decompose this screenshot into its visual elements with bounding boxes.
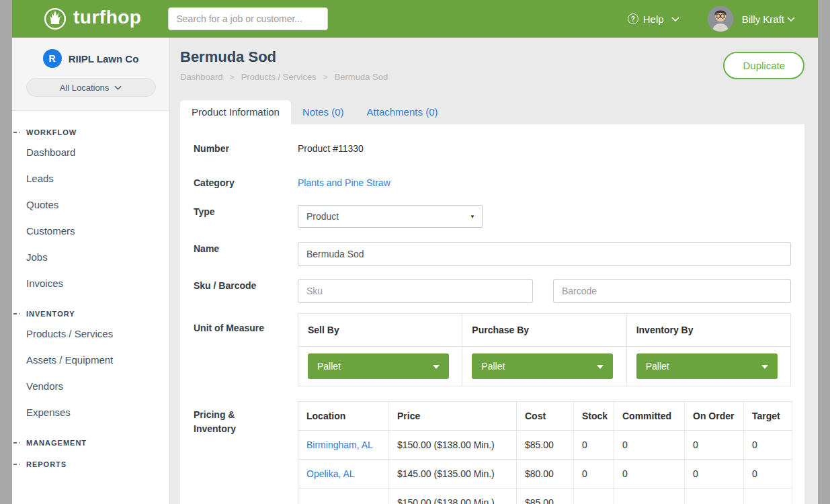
inventory-by-value: Pallet — [646, 361, 669, 372]
location-link-opelika[interactable]: Opelika, AL — [306, 468, 355, 479]
sidebar-item-quotes[interactable]: Quotes — [12, 192, 169, 218]
main-content: Bermuda Sod Dashboard > Products / Servi… — [170, 38, 818, 504]
on-order-cell: 0 — [685, 460, 744, 489]
tab-attachments[interactable]: Attachments (0) — [356, 100, 450, 124]
committed-cell — [614, 489, 685, 504]
sidebar-item-dashboard[interactable]: Dashboard — [12, 139, 169, 165]
number-label: Number — [194, 142, 298, 155]
app-logo[interactable]: turfhop — [43, 7, 141, 31]
breadcrumb-products-services[interactable]: Products / Services — [241, 72, 317, 82]
sidebar-item-jobs[interactable]: Jobs — [12, 244, 169, 270]
breadcrumb-current: Bermuda Sod — [335, 72, 388, 82]
product-information-panel: Number Product #11330 Category Plants an… — [180, 124, 804, 504]
name-row: Name — [194, 242, 791, 266]
global-search-input[interactable] — [168, 7, 328, 30]
user-menu[interactable]: Billy Kraft — [708, 6, 795, 32]
stock-cell: 0 — [574, 431, 614, 460]
tab-bar: Product Information Notes (0) Attachment… — [180, 100, 818, 124]
purchase-by-value: Pallet — [481, 361, 505, 372]
help-menu[interactable]: ? Help — [628, 13, 679, 25]
user-avatar — [708, 6, 733, 32]
col-price: Price — [389, 402, 517, 431]
cost-cell: $85.00 — [517, 431, 574, 460]
price-cell: $150.00 ($138.00 Min.) — [389, 489, 517, 504]
breadcrumb-separator: > — [230, 73, 235, 82]
breadcrumb-separator: > — [323, 73, 328, 82]
sidebar-item-customers[interactable]: Customers — [12, 218, 169, 244]
app-window: turfhop ? Help Billy Kraft — [0, 0, 830, 504]
name-input[interactable] — [298, 242, 791, 266]
uom-header-sell-by: Sell By — [298, 314, 462, 347]
page-title: Bermuda Sod — [180, 48, 388, 66]
target-cell: 0 — [744, 431, 792, 460]
chevron-down-icon — [787, 17, 795, 22]
tab-notes[interactable]: Notes (0) — [291, 100, 356, 124]
price-cell: $145.00 ($135.00 Min.) — [389, 460, 517, 489]
sku-input[interactable] — [298, 279, 533, 303]
sidebar-item-invoices[interactable]: Invoices — [12, 270, 169, 296]
sidebar-item-vendors[interactable]: Vendors — [12, 373, 169, 399]
pricing-inventory-row: Pricing & Inventory Location Price Cost … — [194, 401, 791, 504]
location-filter-dropdown[interactable]: All Locations — [26, 78, 156, 97]
type-row: Type Product ▼ — [194, 205, 791, 228]
right-edge-scrollbar — [818, 0, 830, 504]
stock-cell — [574, 489, 614, 504]
location-filter-label: All Locations — [60, 83, 110, 93]
category-label: Category — [194, 176, 298, 190]
target-cell — [744, 489, 792, 504]
company-panel: R RIIPL Lawn Co All Locations — [12, 38, 169, 111]
sidebar-item-assets-equipment[interactable]: Assets / Equipment — [12, 347, 169, 373]
stock-cell: 0 — [574, 460, 614, 489]
purchase-by-dropdown[interactable]: Pallet — [472, 353, 613, 379]
col-stock: Stock — [574, 402, 614, 431]
type-select[interactable]: Product ▼ — [298, 205, 483, 228]
uom-header-purchase-by: Purchase By — [462, 314, 626, 347]
inventory-by-dropdown[interactable]: Pallet — [636, 353, 778, 379]
pricing-inventory-table: Location Price Cost Stock Committed On O… — [298, 401, 792, 504]
nav-section-reports[interactable]: REPORTS — [12, 460, 169, 468]
barcode-input[interactable] — [553, 279, 791, 303]
uom-header-inventory-by: Inventory By — [626, 314, 790, 347]
on-order-cell — [685, 489, 744, 504]
user-name: Billy Kraft — [742, 13, 784, 25]
location-link-birmingham[interactable]: Birmingham, AL — [306, 439, 373, 450]
number-row: Number Product #11330 — [194, 142, 791, 155]
help-icon: ? — [628, 13, 638, 24]
sidebar-item-expenses[interactable]: Expenses — [12, 399, 169, 425]
sku-barcode-row: Sku / Barcode — [194, 279, 791, 303]
price-cell: $150.00 ($138.00 Min.) — [389, 431, 517, 460]
on-order-cell: 0 — [685, 431, 744, 460]
duplicate-button[interactable]: Duplicate — [723, 52, 804, 79]
grass-logo-icon — [43, 7, 67, 31]
col-committed: Committed — [614, 402, 685, 431]
table-row: Opelika, AL $145.00 ($135.00 Min.) $80.0… — [298, 460, 792, 489]
pricing-header-row: Location Price Cost Stock Committed On O… — [298, 402, 792, 431]
name-label: Name — [194, 242, 298, 266]
sidebar: R RIIPL Lawn Co All Locations WORKFLOW D… — [12, 38, 170, 504]
left-edge-scrollbar — [0, 0, 12, 504]
cost-cell: $80.00 — [517, 460, 574, 489]
number-value: Product #11330 — [298, 142, 791, 155]
unit-of-measure-table: Sell By Purchase By Inventory By Pallet … — [298, 313, 791, 386]
col-cost: Cost — [517, 402, 574, 431]
sku-barcode-label: Sku / Barcode — [194, 279, 298, 303]
pricing-inventory-label: Pricing & Inventory — [194, 401, 298, 504]
sidebar-item-leads[interactable]: Leads — [12, 165, 169, 192]
help-label: Help — [643, 13, 664, 25]
sell-by-value: Pallet — [317, 361, 341, 372]
committed-cell: 0 — [614, 431, 685, 460]
caret-down-icon: ▼ — [470, 214, 475, 220]
sidebar-nav: WORKFLOW Dashboard Leads Quotes Customer… — [12, 111, 169, 468]
committed-cell: 0 — [614, 460, 685, 489]
tab-product-information[interactable]: Product Information — [180, 100, 291, 124]
nav-section-management[interactable]: MANAGEMENT — [12, 439, 169, 447]
company-row: R RIIPL Lawn Co — [26, 49, 156, 68]
pricing-label-line2: Inventory — [194, 422, 298, 436]
type-label: Type — [194, 205, 298, 228]
breadcrumb-dashboard[interactable]: Dashboard — [180, 72, 223, 82]
category-link[interactable]: Plants and Pine Straw — [298, 177, 390, 188]
company-name: RIIPL Lawn Co — [69, 53, 139, 65]
sell-by-dropdown[interactable]: Pallet — [308, 353, 449, 379]
col-on-order: On Order — [685, 402, 744, 431]
sidebar-item-products-services[interactable]: Products / Services — [12, 321, 169, 347]
